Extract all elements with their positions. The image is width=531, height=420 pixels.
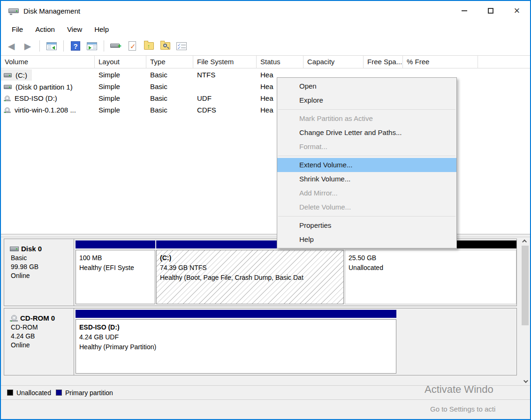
title-bar: Disk Management × — [1, 1, 530, 22]
menu-separator — [278, 109, 455, 110]
volume-name: ESD-ISO (D:) — [15, 92, 57, 104]
legend-label: Unallocated — [16, 389, 51, 397]
back-button[interactable]: ◀ — [5, 39, 18, 52]
file-system-cell: UDF — [193, 92, 257, 104]
disk-kind: Basic — [10, 254, 74, 262]
partition-c[interactable]: (C:) 74.39 GB NTFS Healthy (Boot, Page F… — [156, 240, 344, 304]
legend-item-unallocated: Unallocated — [7, 389, 51, 397]
window-title: Disk Management — [23, 7, 80, 15]
vertical-scrollbar[interactable] — [521, 237, 529, 385]
check-document-icon: ✓ — [129, 41, 136, 51]
minimize-button[interactable] — [451, 1, 478, 21]
partition-efi[interactable]: 100 MB Healthy (EFI Syste — [76, 240, 155, 304]
menu-item-shrink-volume[interactable]: Shrink Volume... — [277, 172, 456, 186]
menu-file[interactable]: File — [6, 23, 29, 35]
volume-cell[interactable]: (C:) — [1, 69, 32, 81]
forward-arrow-icon: ▶ — [24, 42, 31, 51]
forward-button[interactable]: ▶ — [21, 39, 34, 52]
maximize-button[interactable] — [478, 1, 504, 21]
column-header-free-space[interactable]: Free Spa... — [364, 56, 403, 68]
menu-item-delete-volume: Delete Volume... — [277, 200, 456, 214]
menu-item-open[interactable]: Open — [277, 79, 456, 93]
chevron-down-icon — [523, 378, 528, 383]
partition-status: Unallocated — [349, 263, 516, 273]
file-system-cell: CDFS — [193, 104, 257, 116]
menu-item-change-drive-letter-and-paths[interactable]: Change Drive Letter and Paths... — [277, 126, 456, 140]
checklist-button[interactable]: ✓✓ — [175, 39, 188, 52]
disk-management-window: Disk Management × File Action View Help … — [0, 0, 531, 420]
menu-separator — [278, 156, 455, 156]
disk-kind: CD-ROM — [10, 323, 74, 331]
volume-name: (C:) — [15, 69, 27, 81]
chevron-up-icon — [522, 240, 527, 244]
legend-label: Primary partition — [65, 389, 113, 397]
partition-size: 100 MB — [79, 253, 155, 263]
column-header-volume[interactable]: Volume — [1, 56, 95, 68]
check-document-button[interactable]: ✓ — [126, 39, 139, 52]
disk-status: Online — [10, 341, 74, 349]
scrollbar-thumb[interactable] — [522, 246, 529, 325]
help-button[interactable]: ? — [69, 39, 82, 52]
column-header-percent-free[interactable]: % Free — [403, 56, 478, 68]
volume-cell[interactable]: (Disk 0 partition 1) — [1, 81, 77, 92]
console-tree-toggle-button[interactable] — [45, 39, 58, 52]
partition-status: Healthy (EFI Syste — [79, 263, 155, 273]
partition-status: Healthy (Primary Partition) — [79, 342, 396, 352]
activate-windows-watermark: Activate Windo — [425, 383, 493, 396]
type-cell: Basic — [146, 92, 193, 104]
primary-partition-swatch — [56, 390, 62, 396]
folder-up-button[interactable]: ↑ — [142, 39, 155, 52]
activate-windows-watermark-subtext: Go to Settings to acti — [430, 405, 495, 413]
type-cell: Basic — [146, 104, 193, 116]
column-header-type[interactable]: Type — [146, 56, 193, 68]
scroll-up-button[interactable] — [521, 237, 529, 245]
cd-rom-icon — [10, 315, 18, 322]
disk-size: 99.98 GB — [10, 263, 74, 270]
menu-help[interactable]: Help — [88, 23, 115, 35]
close-button[interactable]: × — [504, 1, 530, 21]
column-header-capacity[interactable]: Capacity — [303, 56, 364, 68]
volume-cell[interactable]: virtio-win-0.1.208 ... — [1, 104, 81, 116]
partition-size: 4.24 GB UDF — [79, 332, 396, 342]
disk-name: Disk 0 — [21, 245, 42, 253]
minimize-icon — [462, 10, 467, 11]
partition-title: (C:) — [160, 253, 343, 263]
menu-item-extend-volume[interactable]: Extend Volume... — [277, 158, 456, 172]
disk-graphical-pane: Disk 0 Basic 99.98 GB Online 100 MB Heal… — [1, 237, 530, 385]
disk-name: CD-ROM 0 — [20, 314, 55, 322]
maximize-icon — [488, 8, 493, 14]
menu-item-help[interactable]: Help — [277, 232, 456, 247]
menu-bar: File Action View Help — [1, 22, 530, 37]
rescan-disks-button[interactable]: + — [109, 39, 122, 52]
volume-cell[interactable]: ESD-ISO (D:) — [1, 92, 62, 104]
menu-item-mark-partition-as-active: Mark Partition as Active — [277, 112, 456, 126]
volume-name: virtio-win-0.1.208 ... — [15, 104, 76, 116]
partition-esd-iso[interactable]: ESD-ISO (D:) 4.24 GB UDF Healthy (Primar… — [76, 310, 396, 374]
action-pane-toggle-button[interactable] — [85, 39, 99, 52]
layout-cell: Simple — [95, 92, 146, 104]
close-icon: × — [514, 6, 520, 15]
column-header-status[interactable]: Status — [257, 56, 303, 68]
toolbar-separator — [63, 40, 64, 52]
menu-action[interactable]: Action — [29, 23, 61, 35]
primary-partition-band — [76, 310, 396, 318]
toolbar-separator — [104, 40, 104, 52]
disk0-label-panel[interactable]: Disk 0 Basic 99.98 GB Online — [4, 239, 74, 306]
column-header-layout[interactable]: Layout — [95, 56, 146, 68]
menu-view[interactable]: View — [61, 23, 88, 35]
toolbar-separator — [39, 40, 40, 52]
menu-item-explore[interactable]: Explore — [277, 93, 456, 107]
menu-item-properties[interactable]: Properties — [277, 218, 456, 232]
cdrom0-label-panel[interactable]: CD-ROM 0 CD-ROM 4.24 GB Online — [4, 308, 74, 375]
legend-item-primary-partition: Primary partition — [56, 389, 113, 397]
type-cell: Basic — [146, 81, 193, 92]
column-header-file-system[interactable]: File System — [193, 56, 257, 68]
help-icon: ? — [71, 41, 80, 51]
partition-title: ESD-ISO (D:) — [79, 322, 396, 332]
partition-unallocated[interactable]: 25.50 GB Unallocated — [345, 240, 516, 304]
menu-item-format: Format... — [277, 140, 456, 154]
folder-search-button[interactable] — [159, 39, 172, 52]
menu-item-add-mirror: Add Mirror... — [277, 186, 456, 200]
partition-size: 74.39 GB NTFS — [160, 263, 343, 273]
scroll-down-button[interactable] — [521, 377, 529, 385]
